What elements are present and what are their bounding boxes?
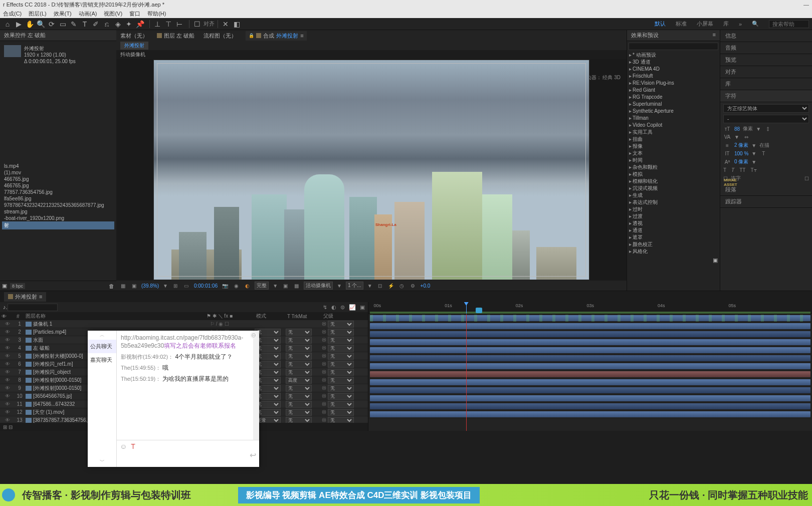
toggle-alpha-icon[interactable]: ▦ <box>119 282 126 289</box>
stroke-value[interactable]: 2 像素 <box>734 142 748 149</box>
menu-help[interactable]: 帮助(H) <box>147 10 166 18</box>
chat-tab-guest[interactable]: 嘉宾聊天 <box>88 353 116 367</box>
effects-category[interactable]: ▸生成 <box>627 192 720 199</box>
workspace-small[interactable]: 小屏幕 <box>697 20 713 28</box>
effects-category[interactable]: ▸遮罩 <box>627 234 720 241</box>
layer-bar[interactable] <box>370 323 811 329</box>
axis-local-icon[interactable]: ⊥ <box>153 20 162 29</box>
menu-effect[interactable]: 效果(T) <box>54 10 72 18</box>
footage-tab[interactable]: 素材（无） <box>120 32 148 40</box>
project-item[interactable]: 射 <box>2 221 114 229</box>
zoom-level[interactable]: (39.8%) <box>141 283 159 289</box>
character-panel-tab[interactable]: 字符 <box>720 90 812 102</box>
project-item[interactable]: ls.mp4 <box>2 163 114 169</box>
views-dropdown[interactable]: 1 个... <box>346 282 363 290</box>
hand-tool-icon[interactable]: ✋ <box>25 20 34 29</box>
font-family-dropdown[interactable]: 方正综艺简体 <box>723 104 809 113</box>
chat-tab-public[interactable]: 公共聊天 <box>88 340 116 353</box>
brush-tool-icon[interactable]: ✐ <box>91 20 100 29</box>
effects-category[interactable]: ▸RE:Vision Plug-ins <box>627 80 720 87</box>
workspace-lib[interactable]: 库 <box>723 20 729 28</box>
hindi-checkbox[interactable]: ☐ <box>804 176 809 181</box>
camera-dropdown[interactable]: 活动摄像机 <box>304 282 333 290</box>
layer-track[interactable] <box>368 354 812 362</box>
close-icon[interactable]: ⊖ <box>250 332 257 339</box>
new-bin-icon[interactable]: ▣ <box>713 257 718 263</box>
layer-track[interactable] <box>368 346 812 354</box>
snap-checkbox[interactable]: ☐ <box>192 20 201 29</box>
tab-menu-icon[interactable]: ≡ <box>300 33 303 39</box>
grid-icon[interactable]: ⊞ <box>172 282 179 289</box>
project-item[interactable]: 466765.jpg <box>2 182 114 189</box>
timeline-search-input[interactable] <box>8 304 58 311</box>
effects-category[interactable]: ▸过时 <box>627 206 720 213</box>
effects-category[interactable]: ▸实用工具 <box>627 129 720 136</box>
time-ruler[interactable]: 00s01s02s03s04s05s <box>368 302 812 314</box>
chat-input-area[interactable]: ☺ T ↩ <box>117 440 259 467</box>
menu-layer[interactable]: 图层(L) <box>29 10 46 18</box>
italic-icon[interactable]: T <box>731 167 734 173</box>
layer-track[interactable] <box>368 378 812 386</box>
current-time[interactable]: 0:00:01:06 <box>194 283 218 289</box>
menu-view[interactable]: 视图(V) <box>104 10 122 18</box>
project-item[interactable]: stream.jpg <box>2 208 114 215</box>
project-item[interactable]: 466765.jpg <box>2 176 114 182</box>
workspace-standard[interactable]: 标准 <box>676 20 687 28</box>
menu-window[interactable]: 窗口 <box>129 10 140 18</box>
tab-menu-icon[interactable]: ≡ <box>39 294 42 300</box>
layer-track[interactable] <box>368 410 812 418</box>
project-panel-list[interactable]: ls.mp4(1).mov466765.jpg466765.jpg77857.7… <box>0 161 116 281</box>
search-icon[interactable]: 🔍 <box>752 21 759 27</box>
bold-icon[interactable]: T <box>723 167 726 173</box>
axis-world-icon[interactable]: ⊤ <box>164 20 173 29</box>
col-visibility[interactable]: 👁 <box>0 314 15 319</box>
puppet-overlap-icon[interactable]: ◧ <box>232 20 241 29</box>
graph-editor-icon[interactable]: 📈 <box>349 304 356 311</box>
lock-icon[interactable]: 🔒 <box>249 33 254 38</box>
layer-bar[interactable] <box>370 379 811 385</box>
help-search-input[interactable] <box>769 20 809 28</box>
transparency-icon[interactable]: ▦ <box>293 282 300 289</box>
tracker-panel-tab[interactable]: 跟踪器 <box>720 196 812 208</box>
effects-category[interactable]: ▸Frischluft <box>627 73 720 80</box>
baseline-shift-value[interactable]: 0 像素 <box>734 158 748 165</box>
color-picker-icon[interactable]: ◐ <box>244 282 251 289</box>
layer-track[interactable] <box>368 330 812 338</box>
shy-toggle-icon[interactable]: ↯ <box>323 304 327 311</box>
pixel-aspect-icon[interactable]: ⊡ <box>376 282 383 289</box>
effects-category[interactable]: ▸Superluminal <box>627 101 720 108</box>
scale-value[interactable]: 100 % <box>734 151 748 156</box>
col-parent[interactable]: 父级 <box>322 313 368 320</box>
preview-panel-tab[interactable]: 预览 <box>720 54 812 66</box>
col-layername[interactable]: 图层名称 <box>24 313 184 320</box>
effects-category[interactable]: ▸沉浸式视频 <box>627 185 720 192</box>
timeline-tracks[interactable] <box>368 314 812 431</box>
eraser-tool-icon[interactable]: ◈ <box>113 20 122 29</box>
effects-category[interactable]: ▸风格化 <box>627 248 720 255</box>
layer-bar[interactable] <box>370 395 811 401</box>
pen-tool-icon[interactable]: ✎ <box>69 20 78 29</box>
roi-icon[interactable]: ▣ <box>282 282 289 289</box>
composition-tab[interactable]: 🔒 合成 外滩投射 ≡ <box>246 31 306 41</box>
project-item[interactable]: lfa5ee86.jpg <box>2 195 114 202</box>
show-channel-icon[interactable]: ◉ <box>233 282 240 289</box>
snapshot-icon[interactable]: 📷 <box>222 282 229 289</box>
text-format-icon[interactable]: T <box>131 442 135 450</box>
project-item[interactable]: 77857.736354756.jpg <box>2 189 114 195</box>
puppet-tool-icon[interactable]: ✕ <box>221 20 230 29</box>
effects-category[interactable]: ▸时间 <box>627 157 720 164</box>
audio-panel-tab[interactable]: 音频 <box>720 42 812 54</box>
layer-row[interactable]: 👁1摄像机 1⚐ / ◉ ☐☉ 无 <box>0 320 368 328</box>
effects-category[interactable]: ▸Tillman <box>627 115 720 122</box>
layer-track[interactable] <box>368 362 812 370</box>
effects-category[interactable]: ▸3D 通道 <box>627 59 720 66</box>
layer-track[interactable] <box>368 402 812 410</box>
layer-bar[interactable] <box>370 403 811 409</box>
layer-track[interactable] <box>368 338 812 346</box>
font-size-value[interactable]: 88 <box>734 126 740 132</box>
col-trkmat[interactable]: T TrkMat <box>286 314 322 319</box>
layer-bar[interactable] <box>370 371 811 377</box>
chevron-up-icon[interactable]: ︿ <box>88 331 116 340</box>
effects-category[interactable]: ▸扭曲 <box>627 136 720 143</box>
emoji-icon[interactable]: ☺ <box>120 442 127 450</box>
